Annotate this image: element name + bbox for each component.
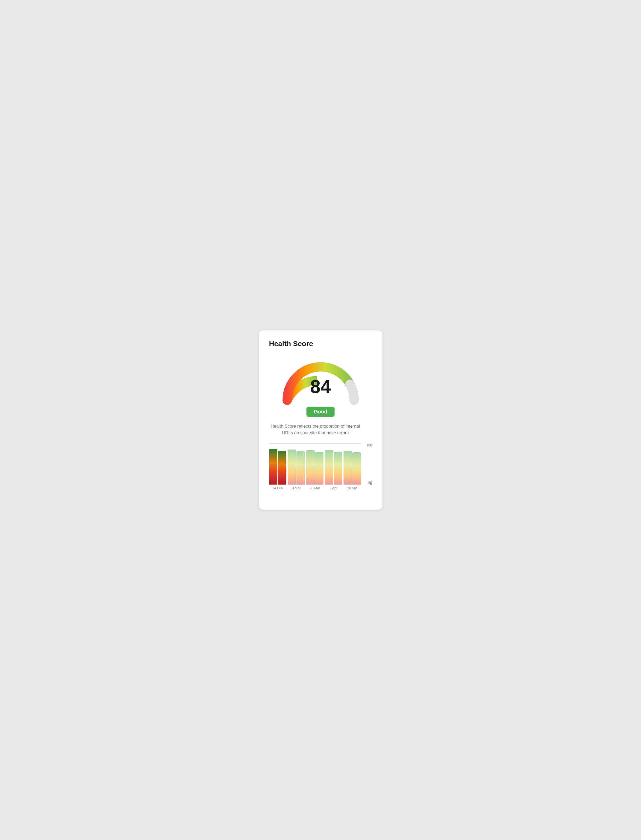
gauge-badge: Good <box>306 407 334 417</box>
bar-col <box>296 451 304 485</box>
bar-group <box>269 443 286 485</box>
bar-col <box>315 452 324 485</box>
y-label-50: 50 <box>368 481 372 485</box>
bar-col <box>306 450 314 485</box>
health-score-card: Health Score <box>259 330 382 510</box>
x-label: 9 Mar <box>288 486 304 490</box>
x-labels-row: 24 Feb9 Mar23 Mar6 Apr20 Apr <box>269 486 372 490</box>
gauge-container: 84 Good <box>269 355 372 417</box>
chart-area: 100 50 0 24 Feb9 Mar23 Mar6 Apr20 Apr <box>269 443 372 499</box>
bars-row: 100 50 0 <box>269 443 372 485</box>
y-label-100: 100 <box>366 443 372 447</box>
bar-col <box>325 450 333 485</box>
bar-group <box>325 443 342 485</box>
card-title: Health Score <box>269 340 372 348</box>
bar-group <box>306 443 323 485</box>
bar-col <box>278 451 286 485</box>
bar-col <box>352 452 361 485</box>
x-label: 23 Mar <box>306 486 323 490</box>
bar-group <box>288 443 304 485</box>
x-label: 20 Apr <box>343 486 361 490</box>
bar-col <box>334 452 342 485</box>
gauge-score: 84 <box>310 377 331 396</box>
bar-group <box>343 443 361 485</box>
x-label: 6 Apr <box>325 486 342 490</box>
gauge-svg: 84 <box>277 355 364 404</box>
bar-col <box>288 449 296 485</box>
x-label: 24 Feb <box>269 486 286 490</box>
bar-col <box>269 449 277 485</box>
gauge-description: Health Score reflects the proportion of … <box>269 423 362 436</box>
bar-col <box>343 451 352 485</box>
y-label-0: 0 <box>370 482 372 486</box>
